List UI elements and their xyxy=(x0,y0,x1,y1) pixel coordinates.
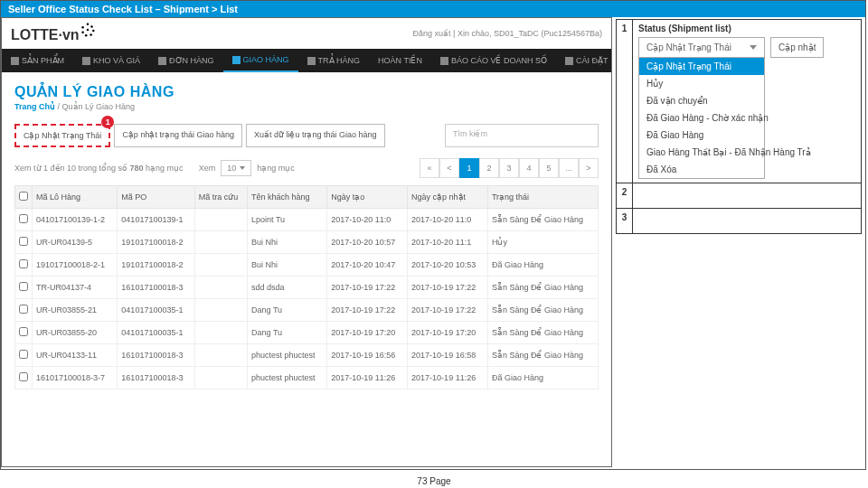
cell-status: Đã Giao Hàng xyxy=(487,367,598,389)
cell-created: 2017-10-19 17:22 xyxy=(327,299,408,322)
row-checkbox[interactable] xyxy=(15,277,33,299)
nav-item[interactable]: HOÀN TIỀN xyxy=(369,49,431,72)
row-checkbox[interactable] xyxy=(15,299,33,322)
cell-lot: TR-UR04137-4 xyxy=(33,277,118,299)
status-dropdown[interactable]: Cập Nhật Trạng Thái Cập Nhật Trạng TháiH… xyxy=(638,37,765,179)
cell-lot: UR-UR04133-11 xyxy=(33,344,118,367)
row-checkbox[interactable] xyxy=(15,231,33,254)
status-option[interactable]: Đã vận chuyển xyxy=(639,92,764,109)
svg-point-0 xyxy=(86,23,89,25)
chevron-down-icon xyxy=(750,45,757,50)
cart-icon xyxy=(158,57,166,65)
cell-customer: Bui Nhi xyxy=(248,254,327,277)
breadcrumb-home[interactable]: Trang Chủ xyxy=(14,102,55,111)
page-button[interactable]: 1 xyxy=(459,158,479,178)
table-row: UR-UR04133-11161017100018-3phuctest phuc… xyxy=(15,344,599,367)
table-row: UR-UR03855-20041017100035-1Dang Tu2017-1… xyxy=(15,322,599,344)
nav-item[interactable]: KHO VÀ GIÁ xyxy=(73,49,149,72)
svg-point-2 xyxy=(92,30,95,33)
cell-created: 2017-10-20 10:47 xyxy=(327,254,408,277)
status-option[interactable]: Cập Nhật Trạng Thái xyxy=(639,58,764,75)
cell-lot: UR-UR03855-20 xyxy=(33,322,118,344)
cell-customer: Dang Tu xyxy=(248,299,327,322)
slide-footer: 73 Page xyxy=(0,476,868,486)
row-checkbox[interactable] xyxy=(15,209,33,231)
anno-num-3: 3 xyxy=(617,209,633,234)
nav-item[interactable]: TRẢ HÀNG xyxy=(298,49,370,72)
chevron-down-icon xyxy=(240,166,245,170)
search-input[interactable]: Tìm kiếm xyxy=(445,124,599,147)
cell-created: 2017-10-19 11:26 xyxy=(327,367,408,389)
status-option[interactable]: Hủy xyxy=(639,75,764,92)
cell-created: 2017-10-19 17:20 xyxy=(327,322,408,344)
cell-tracking xyxy=(194,367,247,389)
breadcrumb-current: Quản Lý Giao Hàng xyxy=(62,102,136,111)
th-created: Ngày tạo xyxy=(327,186,408,209)
cell-lot: 041017100139-1-2 xyxy=(33,209,118,231)
cell-tracking xyxy=(194,231,247,254)
cell-po: 161017100018-3 xyxy=(118,277,194,299)
cell-lot: UR-UR04139-5 xyxy=(33,231,118,254)
shipments-table: Mã Lô Hàng Mã PO Mã tra cứu Tên khách hà… xyxy=(14,185,599,389)
page-button[interactable]: 3 xyxy=(499,158,519,178)
nav-item[interactable]: SẢN PHẨM xyxy=(2,49,73,72)
update-delivery-status-button[interactable]: Cập nhật trạng thái Giao hàng xyxy=(114,124,242,147)
th-lot: Mã Lô Hàng xyxy=(33,186,118,209)
cell-po: 041017100139-1 xyxy=(118,209,194,231)
callout-badge: 1 xyxy=(101,116,114,128)
cell-status: Sẵn Sàng Để Giao Hàng xyxy=(487,209,598,231)
nav-item[interactable]: ĐƠN HÀNG xyxy=(149,49,223,72)
cell-lot: 161017100018-3-7 xyxy=(33,367,118,389)
row-checkbox[interactable] xyxy=(15,367,33,389)
logo-suffix: vn xyxy=(62,27,80,42)
status-option[interactable]: Giao Hàng Thất Bại - Đã Nhận Hàng Trả xyxy=(639,144,764,161)
page-size-select[interactable]: 10 xyxy=(221,160,251,176)
row-checkbox[interactable] xyxy=(15,344,33,367)
svg-point-3 xyxy=(90,33,92,36)
row-checkbox[interactable] xyxy=(15,322,33,344)
status-dropdown-apply-button[interactable]: Cập nhật xyxy=(770,37,824,58)
gear-icon xyxy=(565,57,573,65)
cell-created: 2017-10-20 10:57 xyxy=(327,231,408,254)
cell-customer: Bui Nhi xyxy=(248,231,327,254)
row-checkbox[interactable] xyxy=(15,254,33,277)
page-button[interactable]: ... xyxy=(559,158,579,178)
page-button[interactable]: « xyxy=(420,158,439,178)
nav-item[interactable]: BÁO CÁO VỀ DOANH SỐ xyxy=(431,49,556,72)
nav-item[interactable]: CÀI ĐẶT xyxy=(556,49,612,72)
page-button[interactable]: > xyxy=(579,158,599,178)
chart-icon xyxy=(440,57,448,65)
anno-body-1: Status (Shipment list) Cập Nhật Trạng Th… xyxy=(633,20,862,183)
status-option[interactable]: Đã Giao Hàng - Chờ xác nhận xyxy=(639,109,764,127)
th-tracking: Mã tra cứu xyxy=(194,186,247,209)
cell-customer: sdd dsda xyxy=(248,277,327,299)
pager-unit-label: hạng mục xyxy=(257,164,295,173)
page-button[interactable]: < xyxy=(439,158,459,178)
page-title: QUẢN LÝ GIAO HÀNG xyxy=(14,83,599,100)
cell-tracking xyxy=(194,254,247,277)
update-status-button[interactable]: Cập Nhật Trạng Thái 1 xyxy=(14,124,110,147)
status-option[interactable]: Đã Giao Hàng xyxy=(639,127,764,144)
nav-item[interactable]: GIAO HÀNG xyxy=(223,49,298,72)
cell-updated: 2017-10-19 16:58 xyxy=(408,344,488,367)
export-delivery-status-button[interactable]: Xuất dữ liệu trạng thái Giao hàng xyxy=(246,124,385,147)
th-checkbox[interactable] xyxy=(15,186,33,209)
slide-frame: Seller Office Status Check List – Shipme… xyxy=(0,0,866,470)
pager-row: Xem từ 1 đến 10 trong tổng số 780 hạng m… xyxy=(14,158,599,178)
cell-status: Sẵn Sàng Để Giao Hàng xyxy=(487,277,598,299)
cell-created: 2017-10-19 17:22 xyxy=(327,277,408,299)
page-button[interactable]: 2 xyxy=(479,158,499,178)
table-row: 191017100018-2-1191017100018-2Bui Nhi201… xyxy=(15,254,599,277)
app-topbar: LOTTE·vn Đăng xuất | Xin chào, SD01_TaDC… xyxy=(2,18,611,49)
cell-customer: phuctest phuctest xyxy=(248,344,327,367)
nav-item-label: GIAO HÀNG xyxy=(243,55,289,64)
cell-po: 161017100018-3 xyxy=(118,367,194,389)
cell-updated: 2017-10-19 17:20 xyxy=(408,322,488,344)
th-po: Mã PO xyxy=(118,186,194,209)
page-button[interactable]: 5 xyxy=(539,158,559,178)
page-button[interactable]: 4 xyxy=(519,158,539,178)
return-icon xyxy=(307,57,316,65)
cell-updated: 2017-10-19 17:22 xyxy=(408,277,488,299)
status-option[interactable]: Đã Xóa xyxy=(639,161,764,178)
svg-point-7 xyxy=(86,29,89,32)
